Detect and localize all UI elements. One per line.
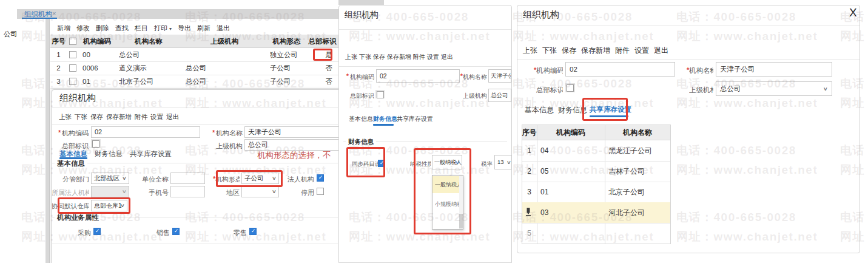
name-label: 机构名称	[215, 129, 243, 138]
toolbar-attachment[interactable]: 附件	[413, 53, 425, 61]
toolbar-prev[interactable]: 上张	[345, 53, 357, 61]
list-toolbar: 新增 修改 删除 查找 栏目 打印 ▾ 导出 刷新 退出	[57, 24, 230, 33]
purchase-label: 采购	[61, 228, 91, 237]
tab-active-underline	[22, 18, 57, 19]
purchase-checkbox[interactable]: ✓	[93, 228, 101, 235]
mobile-label: 手机号	[131, 188, 169, 197]
toolbar-exit[interactable]: 退出	[654, 46, 668, 56]
row-parent: 总公司	[186, 61, 266, 75]
check-icon: ✓	[250, 228, 257, 234]
toolbar-prev[interactable]: 上张	[59, 113, 72, 121]
toolbar-prev[interactable]: 上张	[523, 46, 537, 56]
dialog-toolbar: 上张 下张 保存 保存新增 附件 设置 退出	[345, 53, 453, 61]
toolbar-find[interactable]: 查找	[115, 24, 129, 33]
print-caret-icon: ▾	[169, 26, 172, 32]
col-code: 机构编码	[79, 35, 115, 48]
toolbar-exit[interactable]: 退出	[166, 113, 179, 121]
fieldset-legend-biz: 机构业务属性	[55, 213, 101, 222]
row-checkbox[interactable]	[69, 78, 76, 85]
hq-flag-checkbox[interactable]	[567, 84, 574, 92]
chevron-down-icon: ∨	[122, 176, 127, 181]
tab-basic-info[interactable]: 基本信息	[525, 105, 554, 115]
col-code: 机构编码	[537, 125, 605, 140]
dept-label: 分管部门	[52, 175, 89, 184]
name-input[interactable]: 天津子公司	[244, 126, 338, 138]
tab-finance-info[interactable]: 财务信息	[95, 149, 123, 159]
close-icon[interactable]: X	[849, 6, 857, 19]
sale-checkbox[interactable]: ✓	[172, 228, 180, 235]
col-type: 机构形态	[267, 35, 306, 48]
tab-shared-inventory[interactable]: 共享库存设置	[397, 115, 433, 123]
row-parent: 总公司	[186, 75, 266, 88]
toolbar-save-new[interactable]: 保存新增	[106, 113, 132, 121]
tab-bar	[17, 9, 338, 19]
toolbar-next[interactable]: 下张	[75, 113, 87, 121]
mobile-input[interactable]	[170, 186, 205, 197]
toolbar-attachment[interactable]: 附件	[615, 46, 630, 56]
tab-close-icon[interactable]: ×	[52, 10, 56, 17]
row-no: 3	[50, 75, 67, 88]
toolbar-refresh[interactable]: 刷新	[197, 24, 210, 33]
parent-org-select[interactable]: 总公司	[716, 81, 832, 96]
tab-shared-inventory[interactable]: 共享库存设置	[130, 149, 172, 159]
toolbar-print[interactable]: 打印 ▾	[154, 24, 172, 33]
row-hq: 否	[306, 61, 332, 75]
row-code: 05	[540, 161, 601, 182]
toolbar-attachment[interactable]: 附件	[135, 113, 147, 121]
toolbar-settings[interactable]: 设置	[634, 46, 649, 56]
toolbar-settings[interactable]: 设置	[150, 113, 163, 121]
retail-checkbox[interactable]: ✓	[249, 228, 257, 235]
toolbar-settings[interactable]: 设置	[427, 53, 439, 61]
window-edge	[338, 0, 384, 5]
row-parent	[186, 48, 266, 61]
disable-checkbox[interactable]	[317, 188, 324, 195]
row-name	[608, 223, 669, 244]
toolbar-exit[interactable]: 退出	[441, 53, 453, 61]
name-input[interactable]: 天津子公司	[488, 69, 511, 83]
toolbar-next[interactable]: 下张	[359, 53, 371, 61]
code-input[interactable]: 02	[565, 62, 675, 77]
toolbar-save[interactable]: 保存	[373, 53, 385, 61]
header-select-all-checkbox[interactable]	[69, 38, 76, 45]
toolbar-save[interactable]: 保存	[562, 46, 576, 56]
sidebar-splitter[interactable]	[45, 19, 50, 263]
tab-basic-info[interactable]: 基本信息	[349, 115, 373, 123]
toolbar-next[interactable]: 下张	[542, 46, 557, 56]
divider	[517, 26, 860, 26]
row-code: 01	[82, 75, 114, 88]
row-no: 3	[522, 182, 537, 202]
legal-entity-checkbox[interactable]: ✓	[317, 174, 324, 182]
code-input[interactable]: 02	[376, 69, 460, 83]
parent-org-input[interactable]: 总公司	[244, 139, 338, 151]
check-icon: ✓	[173, 228, 180, 234]
disable-label: 停用	[286, 188, 314, 197]
name-input[interactable]: 天津子公司	[716, 62, 832, 77]
row-checkbox[interactable]	[69, 51, 76, 58]
toolbar-columns[interactable]: 栏目	[135, 24, 148, 33]
dialog-toolbar: 上张 下张 保存 保存新增 附件 设置 退出	[523, 46, 668, 56]
toolbar-save-new[interactable]: 保存新增	[387, 53, 411, 61]
divider	[52, 244, 338, 244]
parent-org-label: 上级机构	[463, 92, 487, 100]
highlight-box-share-tab	[582, 98, 628, 121]
hq-flag-checkbox[interactable]	[377, 91, 384, 98]
toolbar-export[interactable]: 导出	[178, 24, 191, 33]
highlight-box-sync-subject	[346, 147, 385, 177]
row-type: 子公司	[270, 75, 305, 88]
tab-finance-info[interactable]: 财务信息	[373, 115, 397, 123]
sidebar-item-company[interactable]: 公司	[4, 30, 18, 39]
toolbar-exit[interactable]: 退出	[217, 24, 230, 33]
parent-org-input[interactable]: 总公司	[488, 89, 511, 102]
toolbar-add[interactable]: 新增	[57, 24, 70, 33]
hq-flag-checkbox[interactable]	[92, 140, 99, 148]
toolbar-delete[interactable]: 删除	[96, 24, 109, 33]
toolbar-save-new[interactable]: 保存新增	[581, 46, 610, 56]
col-no: 序号	[50, 35, 67, 48]
row-checkbox[interactable]	[69, 64, 76, 72]
fullname-input[interactable]	[170, 172, 205, 184]
code-input[interactable]: 02	[91, 126, 200, 138]
highlight-box-tax-type	[414, 148, 471, 234]
toolbar-edit[interactable]: 修改	[76, 24, 90, 33]
hq-flag-label: 总部标识	[536, 86, 563, 95]
toolbar-save[interactable]: 保存	[90, 113, 103, 121]
